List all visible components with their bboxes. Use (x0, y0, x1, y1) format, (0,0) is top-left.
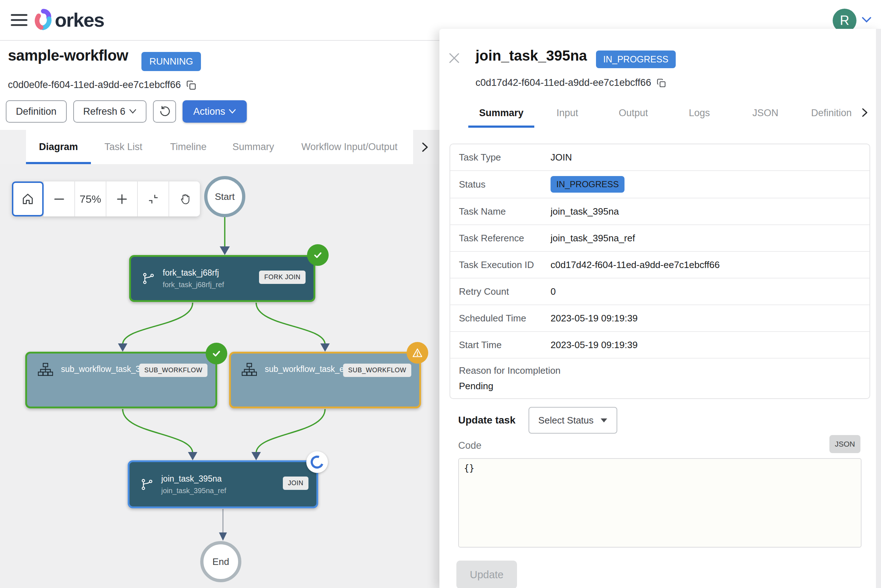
row-value: Pending (450, 381, 869, 392)
tab-diagram[interactable]: Diagram (26, 130, 91, 164)
workflow-status-badge: RUNNING (141, 52, 201, 71)
task-tabs-overflow-chevron-right-icon[interactable] (861, 108, 869, 118)
row-value: 2023-05-19 09:19:39 (551, 339, 638, 351)
status-in-progress-spinner-icon (306, 451, 328, 473)
tab-logs[interactable]: Logs (666, 98, 732, 128)
zoom-out-button[interactable] (43, 182, 74, 216)
tab-input[interactable]: Input (534, 98, 600, 128)
tabs-overflow-chevron-right-icon[interactable] (421, 142, 429, 153)
node-type-badge: JOIN (283, 477, 308, 490)
zoom-in-button[interactable] (106, 182, 137, 216)
pan-mode-button[interactable] (168, 182, 200, 216)
row-label: Task Reference (450, 232, 551, 244)
task-title: join_task_395na (476, 48, 587, 64)
task-node-subworkflow-eviwck[interactable]: sub_workflow_task_eviwck SUB_WORKFLOW (229, 352, 421, 408)
start-label: Start (215, 191, 235, 202)
node-type-badge: FORK JOIN (259, 270, 306, 284)
tab-output[interactable]: Output (600, 98, 666, 128)
copy-icon[interactable] (186, 80, 197, 90)
tab-workflow-input-output[interactable]: Workflow Input/Output (286, 130, 413, 164)
status-completed-check-icon (307, 244, 329, 266)
actions-button[interactable]: Actions (183, 100, 247, 123)
select-status-dropdown[interactable]: Select Status (528, 407, 617, 434)
fit-view-button[interactable] (137, 182, 168, 216)
update-task-row: Update task Select Status (458, 407, 617, 434)
task-details-table: Task Type JOIN Status IN_PROGRESS Task N… (450, 144, 870, 399)
row-value: 0 (551, 286, 555, 297)
orkes-logo-icon (33, 8, 53, 32)
chevron-down-icon (229, 109, 236, 114)
task-node-fork[interactable]: fork_task_j68rfj fork_task_j68rfj_ref FO… (129, 255, 315, 302)
table-row: Reason for Incompletion Pending (450, 358, 869, 398)
sub-workflow-icon (38, 362, 53, 376)
tab-json[interactable]: JSON (732, 98, 798, 128)
tab-definition[interactable]: Definition (798, 98, 864, 128)
table-row: Task Type JOIN (450, 144, 869, 171)
page-title: sample-workflow (8, 47, 128, 64)
rotate-ccw-icon (159, 106, 170, 117)
row-label: Task Execution ID (450, 260, 551, 270)
workflow-id-row: c0d0e0fe-f604-11ed-a9dd-ee7c1ebcff66 (8, 80, 197, 90)
close-icon[interactable] (448, 52, 460, 64)
node-type-badge: SUB_WORKFLOW (139, 364, 207, 377)
workflow-tabbar: Diagram Task List Timeline Summary Workf… (0, 130, 440, 164)
status-completed-check-icon (206, 343, 227, 364)
table-row: Status IN_PROGRESS (450, 171, 869, 198)
update-button[interactable]: Update (456, 561, 517, 588)
table-row: Task Name join_task_395na (450, 198, 869, 225)
minus-icon (54, 198, 64, 200)
join-icon (140, 478, 153, 490)
row-value: 2023-05-19 09:19:39 (551, 313, 638, 324)
table-row: Start Time 2023-05-19 09:19:39 (450, 332, 869, 358)
task-id-row: c0d17d42-f604-11ed-a9dd-ee7c1ebcff66 (476, 77, 666, 88)
update-task-label: Update task (458, 414, 516, 426)
definition-button[interactable]: Definition (6, 100, 67, 123)
avatar-chevron-down-icon[interactable] (861, 16, 872, 23)
code-label: Code (458, 440, 482, 451)
diagram-zoom-toolbar: 75% (12, 182, 200, 216)
node-ref: join_task_395na_ref (161, 487, 226, 495)
refresh-button[interactable]: Refresh 6 (73, 100, 147, 123)
row-label: Status (450, 179, 551, 190)
row-label: Task Name (450, 206, 551, 217)
task-node-join[interactable]: join_task_395na join_task_395na_ref JOIN (128, 460, 318, 508)
row-value: join_task_395na (551, 206, 619, 217)
restart-button[interactable] (153, 100, 176, 123)
menu-icon[interactable] (11, 14, 27, 27)
drawer-scrollbar[interactable] (876, 29, 881, 588)
fork-icon (142, 272, 155, 285)
row-label: Scheduled Time (450, 313, 551, 324)
task-node-subworkflow-38lgy[interactable]: sub_workflow_task_38lgy SUB_WORKFLOW (25, 352, 217, 408)
tab-summary[interactable]: Summary (468, 98, 534, 128)
row-label: Retry Count (450, 286, 551, 297)
caret-down-icon (601, 418, 607, 422)
tab-timeline[interactable]: Timeline (156, 130, 221, 164)
orkes-logo-text: orkes (55, 9, 104, 31)
zoom-level: 75% (74, 182, 106, 216)
table-row: Task Reference join_task_395na_ref (450, 225, 869, 252)
workflow-diagram-canvas[interactable]: 75% Start End (0, 164, 440, 588)
code-editor[interactable]: {} (459, 459, 861, 547)
hand-icon (179, 194, 190, 205)
tab-summary[interactable]: Summary (221, 130, 286, 164)
node-text: fork_task_j68rfj fork_task_j68rfj_ref (163, 268, 224, 289)
task-id: c0d17d42-f604-11ed-a9dd-ee7c1ebcff66 (476, 77, 651, 88)
end-node[interactable]: End (200, 541, 242, 582)
row-label: Start Time (450, 339, 551, 351)
table-row: Scheduled Time 2023-05-19 09:19:39 (450, 305, 869, 332)
workflow-id: c0d0e0fe-f604-11ed-a9dd-ee7c1ebcff66 (8, 80, 181, 90)
select-status-value: Select Status (538, 415, 593, 426)
status-warning-icon (407, 342, 428, 364)
task-details-drawer: join_task_395na IN_PROGRESS c0d17d42-f60… (440, 29, 881, 588)
node-type-badge: SUB_WORKFLOW (343, 364, 411, 377)
zoom-home-button[interactable] (12, 182, 44, 216)
tabbar-gray-left (0, 130, 26, 164)
copy-icon[interactable] (656, 78, 666, 88)
table-row: Task Execution ID c0d17d42-f604-11ed-a9d… (450, 252, 869, 279)
json-toggle-button[interactable]: JSON (829, 435, 860, 453)
task-tabs: Summary Input Output Logs JSON Definitio… (468, 98, 864, 128)
workflow-actions-row: Definition Refresh 6 Actions (6, 100, 247, 123)
start-node[interactable]: Start (204, 176, 245, 217)
zoom-controls: 75% (43, 182, 200, 216)
tab-task-list[interactable]: Task List (91, 130, 156, 164)
